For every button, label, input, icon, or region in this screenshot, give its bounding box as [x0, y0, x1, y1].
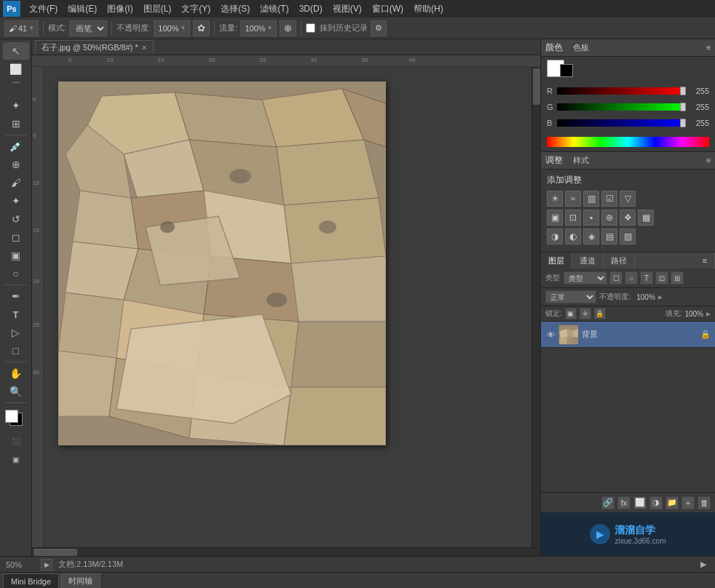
red-slider-track[interactable] [557, 87, 686, 95]
adj-tab1[interactable]: 调整 [545, 154, 563, 167]
status-options-btn[interactable]: ▶ [41, 559, 52, 571]
color-panel-tab2[interactable]: 色板 [573, 42, 589, 53]
blue-slider-thumb[interactable] [680, 119, 686, 127]
document-tab[interactable]: 石子.jpg @ 50%(RGB/8#) * ✕ [35, 40, 154, 55]
filter-btn5[interactable]: ⊞ [671, 271, 684, 285]
lock-all-btn[interactable]: 🔒 [594, 308, 606, 319]
adj-photo[interactable]: ▪ [583, 210, 599, 226]
vertical-scrollbar[interactable] [532, 67, 540, 547]
adj-vibrance[interactable]: ⊡ [565, 210, 581, 226]
tool-brush[interactable]: 🖌 [3, 174, 29, 191]
tool-preset-btn[interactable]: 🖌 41 ▼ [4, 20, 39, 36]
layer-delete-btn[interactable]: 🗑 [698, 496, 711, 509]
fg-color-swatch[interactable] [5, 410, 18, 423]
layer-visibility-btn[interactable]: 👁 [545, 330, 556, 340]
channels-tab[interactable]: 通道 [572, 253, 604, 269]
paths-tab[interactable]: 路径 [604, 253, 635, 269]
menu-view[interactable]: 视图(V) [328, 1, 366, 17]
menu-window[interactable]: 窗口(W) [368, 1, 408, 17]
adj-exposure[interactable]: ▧ [620, 229, 636, 245]
menu-image[interactable]: 图像(I) [103, 1, 137, 17]
filter-btn1[interactable]: ☐ [609, 271, 623, 285]
menu-help[interactable]: 帮助(H) [409, 1, 448, 17]
layer-group-btn[interactable]: 📁 [665, 496, 679, 509]
color-panel-tab1[interactable]: 颜色 [545, 41, 563, 54]
tool-clone[interactable]: ✦ [3, 192, 29, 210]
blend-mode-layers-select[interactable]: 正常 [545, 290, 596, 303]
adj-posterize[interactable]: ❖ [620, 210, 636, 226]
menu-edit[interactable]: 编辑(E) [63, 1, 101, 17]
tool-shape[interactable]: □ [3, 342, 29, 359]
menu-text[interactable]: 文字(Y) [177, 1, 215, 17]
adj-panel-menu-btn[interactable]: ≡ [706, 156, 711, 164]
menu-layer[interactable]: 图层(L) [139, 1, 176, 17]
adj-colorbalance[interactable]: ▽ [620, 191, 636, 207]
layer-link-btn[interactable]: 🔗 [601, 496, 615, 509]
brush-settings-btn[interactable]: ⚙ [371, 20, 387, 36]
opacity-value-btn[interactable]: 100% ▼ [154, 20, 190, 36]
layer-fx-btn[interactable]: fx [617, 496, 631, 509]
tab-close-btn[interactable]: ✕ [141, 44, 147, 52]
tool-move[interactable]: ↖ [3, 42, 29, 60]
adj-hsl[interactable]: ☑ [601, 191, 617, 207]
tool-quick-select[interactable]: ✦ [3, 97, 29, 114]
tool-lasso[interactable]: ⌒ [3, 79, 29, 96]
h-scroll-thumb[interactable] [33, 549, 77, 556]
tool-crop[interactable]: ⊞ [3, 115, 29, 132]
horizontal-scrollbar[interactable] [32, 547, 540, 556]
tool-zoom[interactable]: 🔍 [3, 383, 29, 400]
menu-3d[interactable]: 3D(D) [295, 2, 327, 15]
color-spectrum-bar[interactable] [547, 137, 709, 147]
status-arrow-btn[interactable]: ▶ [698, 559, 709, 571]
adj-curves[interactable]: ≈ [565, 191, 581, 207]
stylus-btn[interactable]: ⊕ [280, 20, 296, 36]
tool-eraser[interactable]: ◻ [3, 229, 29, 246]
tool-rect-select[interactable]: ⬜ [3, 60, 29, 78]
adj-channel-mix[interactable]: ▤ [601, 229, 617, 245]
tool-screen-mode[interactable]: ▣ [3, 450, 29, 468]
blend-mode-select[interactable]: 画笔 [69, 20, 107, 36]
adj-threshold[interactable]: ◐ [565, 229, 581, 245]
layers-tab[interactable]: 图层 [541, 253, 572, 269]
lock-pixels-btn[interactable]: ▣ [565, 308, 577, 319]
layer-mask-btn[interactable]: ⬜ [633, 496, 647, 509]
mini-bridge-tab[interactable]: Mini Bridge [3, 573, 59, 588]
menu-file[interactable]: 文件(F) [25, 1, 62, 17]
tool-heal[interactable]: ⊕ [3, 156, 29, 173]
menu-filter[interactable]: 滤镜(T) [256, 1, 293, 17]
tool-gradient[interactable]: ▣ [3, 247, 29, 264]
adj-bw[interactable]: ▣ [547, 210, 563, 226]
timeline-tab[interactable]: 时间轴 [60, 573, 100, 588]
canvas-scroll[interactable] [44, 67, 532, 547]
tool-history-brush[interactable]: ↺ [3, 210, 29, 228]
tool-dodge[interactable]: ○ [3, 265, 29, 282]
tool-pen[interactable]: ✒ [3, 287, 29, 305]
history-checkbox[interactable] [306, 23, 315, 33]
tool-quick-mask[interactable]: ⬛ [3, 432, 29, 450]
adj-tab2[interactable]: 样式 [573, 155, 589, 166]
layer-adj-btn[interactable]: ◑ [649, 496, 663, 509]
filter-btn4[interactable]: ⊡ [655, 271, 668, 285]
filter-btn3[interactable]: T [640, 271, 653, 285]
tool-eyedropper[interactable]: 💉 [3, 138, 29, 155]
flow-value-btn[interactable]: 100% ▼ [240, 20, 277, 36]
layer-background[interactable]: 👁 背景 🔒 [541, 322, 715, 348]
layers-panel-menu[interactable]: ≡ [695, 253, 715, 269]
adj-invert[interactable]: ◑ [547, 229, 563, 245]
adj-grid[interactable]: ▦ [638, 210, 654, 226]
menu-select[interactable]: 选择(S) [216, 1, 254, 17]
tool-hand[interactable]: ✋ [3, 365, 29, 382]
green-slider-track[interactable] [557, 103, 686, 111]
tool-text[interactable]: T [3, 306, 29, 323]
adj-gradient-map[interactable]: ⊛ [601, 210, 617, 226]
tool-path-select[interactable]: ▷ [3, 324, 29, 341]
layer-new-btn[interactable]: + [682, 496, 695, 509]
airbrush-btn[interactable]: ✿ [193, 20, 210, 36]
adj-levels[interactable]: ▥ [583, 191, 599, 207]
blue-slider-track[interactable] [557, 119, 686, 127]
adj-selective[interactable]: ◈ [583, 229, 599, 245]
lock-position-btn[interactable]: ✛ [580, 308, 591, 319]
red-slider-thumb[interactable] [680, 87, 686, 95]
adj-brightness[interactable]: ☀ [547, 191, 563, 207]
filter-type-select[interactable]: 类型 [564, 271, 607, 285]
